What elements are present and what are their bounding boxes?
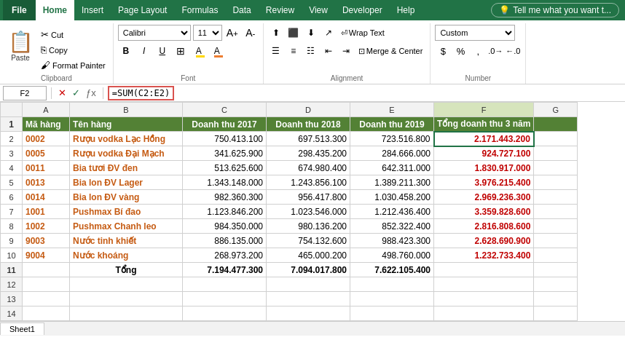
cell-a5[interactable]: 0013 bbox=[23, 175, 70, 190]
cell-d10[interactable]: 465.000.200 bbox=[267, 248, 350, 263]
fill-color-button[interactable]: A bbox=[191, 43, 207, 59]
cell-f10[interactable]: 1.232.733.400 bbox=[434, 248, 534, 263]
cell-d9[interactable]: 754.132.600 bbox=[267, 234, 350, 248]
font-name-select[interactable]: Calibri bbox=[118, 25, 191, 41]
align-middle-button[interactable]: ⬛ bbox=[286, 25, 302, 41]
align-right-button[interactable]: ☷ bbox=[303, 43, 319, 59]
menu-data[interactable]: Data bbox=[225, 0, 258, 20]
indent-more-button[interactable]: ⇥ bbox=[338, 43, 354, 59]
cell-a3[interactable]: 0005 bbox=[23, 146, 70, 161]
cell-a6[interactable]: 0014 bbox=[23, 190, 70, 205]
cell-f2[interactable]: 2.171.443.200 bbox=[434, 132, 534, 146]
cell-b9[interactable]: Nước tinh khiết bbox=[70, 234, 183, 248]
currency-button[interactable]: $ bbox=[435, 43, 451, 59]
cell-b10[interactable]: Nước khoáng bbox=[70, 248, 183, 263]
copy-button[interactable]: ⎘ Copy bbox=[38, 43, 109, 57]
format-painter-button[interactable]: 🖌 Format Painter bbox=[38, 58, 109, 72]
cell-c6[interactable]: 982.360.300 bbox=[183, 190, 267, 205]
cell-d2[interactable]: 697.513.300 bbox=[267, 132, 350, 146]
cell-d6[interactable]: 956.417.800 bbox=[267, 190, 350, 205]
cell-c3[interactable]: 341.625.900 bbox=[183, 146, 267, 161]
align-center-button[interactable]: ≡ bbox=[286, 43, 302, 59]
cell-e3[interactable]: 284.666.000 bbox=[350, 146, 434, 161]
header-f[interactable]: Tổng doanh thu 3 năm bbox=[434, 117, 534, 132]
align-left-button[interactable]: ☰ bbox=[268, 43, 284, 59]
menu-review[interactable]: Review bbox=[259, 0, 302, 20]
cell-f8[interactable]: 2.816.808.600 bbox=[434, 219, 534, 234]
orientation-button[interactable]: ↗ bbox=[321, 25, 337, 41]
cell-f4[interactable]: 1.830.917.000 bbox=[434, 161, 534, 175]
cell-e4[interactable]: 642.311.000 bbox=[350, 161, 434, 175]
header-d[interactable]: Doanh thu 2018 bbox=[267, 117, 350, 132]
cell-reference-box[interactable]: F2 bbox=[3, 86, 47, 100]
sheet-tab-sheet1[interactable]: Sheet1 bbox=[0, 323, 44, 335]
indent-less-button[interactable]: ⇤ bbox=[321, 43, 337, 59]
decrease-decimal-button[interactable]: ←.0 bbox=[505, 43, 521, 59]
cell-b2[interactable]: Rượu vodka Lạc Hồng bbox=[70, 132, 183, 146]
file-menu[interactable]: File bbox=[3, 0, 36, 20]
cell-a2[interactable]: 0002 bbox=[23, 132, 70, 146]
col-header-g[interactable]: G bbox=[534, 103, 578, 117]
menu-help[interactable]: Help bbox=[390, 0, 422, 20]
align-bottom-button[interactable]: ⬇ bbox=[303, 25, 319, 41]
cell-f3[interactable]: 924.727.100 bbox=[434, 146, 534, 161]
cell-c7[interactable]: 1.123.846.200 bbox=[183, 205, 267, 219]
menu-page-layout[interactable]: Page Layout bbox=[111, 0, 174, 20]
cell-d4[interactable]: 674.980.400 bbox=[267, 161, 350, 175]
font-color-button[interactable]: A bbox=[209, 43, 225, 59]
comma-button[interactable]: , bbox=[470, 43, 486, 59]
cell-a4[interactable]: 0011 bbox=[23, 161, 70, 175]
header-b[interactable]: Tên hàng bbox=[70, 117, 183, 132]
cell-c4[interactable]: 513.625.600 bbox=[183, 161, 267, 175]
col-header-b[interactable]: B bbox=[70, 103, 183, 117]
cell-b6[interactable]: Bia lon ĐV vàng bbox=[70, 190, 183, 205]
confirm-formula-button[interactable]: ✓ bbox=[70, 87, 82, 98]
cell-e8[interactable]: 852.322.400 bbox=[350, 219, 434, 234]
cell-b3[interactable]: Rượu vodka Đại Mạch bbox=[70, 146, 183, 161]
cell-e5[interactable]: 1.389.211.300 bbox=[350, 175, 434, 190]
col-header-c[interactable]: C bbox=[183, 103, 267, 117]
header-e[interactable]: Doanh thu 2019 bbox=[350, 117, 434, 132]
menu-view[interactable]: View bbox=[302, 0, 335, 20]
menu-developer[interactable]: Developer bbox=[335, 0, 390, 20]
header-a[interactable]: Mã hàng bbox=[23, 117, 70, 132]
cell-b4[interactable]: Bia tươi ĐV đen bbox=[70, 161, 183, 175]
decrease-font-button[interactable]: A- bbox=[243, 25, 259, 41]
tell-me-box[interactable]: 💡 Tell me what you want t... bbox=[491, 3, 619, 17]
merge-center-button[interactable]: ⊡ Merge & Center bbox=[355, 47, 426, 56]
cell-c2[interactable]: 750.413.100 bbox=[183, 132, 267, 146]
cell-f6[interactable]: 2.969.236.300 bbox=[434, 190, 534, 205]
total-c[interactable]: 7.194.477.300 bbox=[183, 263, 267, 277]
col-header-f[interactable]: F bbox=[434, 103, 534, 117]
cell-b7[interactable]: Pushmax Bí đao bbox=[70, 205, 183, 219]
border-button[interactable]: ⊞ bbox=[173, 43, 189, 59]
cell-c5[interactable]: 1.343.148.000 bbox=[183, 175, 267, 190]
font-size-select[interactable]: 11 bbox=[193, 25, 222, 41]
cell-e9[interactable]: 988.423.300 bbox=[350, 234, 434, 248]
col-header-e[interactable]: E bbox=[350, 103, 434, 117]
menu-home[interactable]: Home bbox=[36, 0, 74, 20]
increase-decimal-button[interactable]: .0→ bbox=[487, 43, 503, 59]
cell-a8[interactable]: 1002 bbox=[23, 219, 70, 234]
cell-d7[interactable]: 1.023.546.000 bbox=[267, 205, 350, 219]
cell-a10[interactable]: 9004 bbox=[23, 248, 70, 263]
cut-button[interactable]: ✂ Cut bbox=[38, 28, 109, 41]
cell-a7[interactable]: 1001 bbox=[23, 205, 70, 219]
menu-insert[interactable]: Insert bbox=[74, 0, 111, 20]
number-format-select[interactable]: Custom bbox=[435, 25, 515, 41]
cell-c10[interactable]: 268.973.200 bbox=[183, 248, 267, 263]
cell-b8[interactable]: Pushmax Chanh leo bbox=[70, 219, 183, 234]
bold-button[interactable]: B bbox=[118, 43, 134, 59]
cell-d3[interactable]: 298.435.200 bbox=[267, 146, 350, 161]
paste-button[interactable]: 📋 Paste bbox=[4, 25, 36, 68]
col-header-a[interactable]: A bbox=[23, 103, 70, 117]
cell-e10[interactable]: 498.760.000 bbox=[350, 248, 434, 263]
total-d[interactable]: 7.094.017.800 bbox=[267, 263, 350, 277]
cell-d8[interactable]: 980.136.200 bbox=[267, 219, 350, 234]
cell-b5[interactable]: Bia lon ĐV Lager bbox=[70, 175, 183, 190]
menu-formulas[interactable]: Formulas bbox=[174, 0, 225, 20]
increase-font-button[interactable]: A+ bbox=[224, 25, 240, 41]
insert-function-button[interactable]: ƒx bbox=[84, 87, 98, 98]
percent-button[interactable]: % bbox=[452, 43, 468, 59]
cell-e6[interactable]: 1.030.458.200 bbox=[350, 190, 434, 205]
